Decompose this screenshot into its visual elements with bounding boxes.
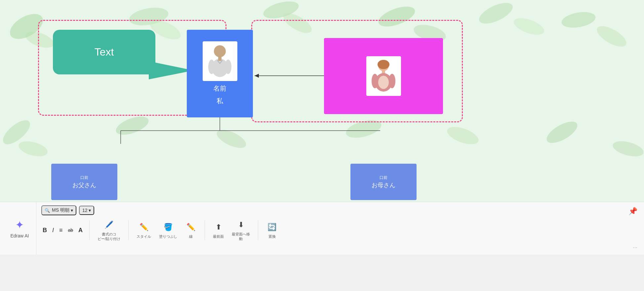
father-card[interactable]: 口前 お父さん xyxy=(51,164,117,200)
tree-connector-lines xyxy=(83,117,380,144)
font-size-selector[interactable]: 12 ▾ xyxy=(79,206,95,215)
blue-card-sub: 私 xyxy=(217,96,223,106)
svg-point-21 xyxy=(214,45,226,57)
mother-card[interactable]: 口前 お母さん xyxy=(350,164,417,200)
callout-text: Text xyxy=(95,46,114,58)
format-copy-icon: 🖊️ xyxy=(104,221,113,229)
back-button[interactable]: ⬇ xyxy=(237,219,245,230)
svg-point-24 xyxy=(208,60,215,74)
mother-top-label: 口前 xyxy=(380,175,387,181)
line-tool: ✏️ 線 xyxy=(182,220,199,240)
connector-arrow xyxy=(253,71,327,81)
fill-button[interactable]: 🪣 xyxy=(162,222,174,233)
font-color-button[interactable]: A xyxy=(77,226,84,235)
format-copy-button[interactable]: 🖊️ xyxy=(103,219,115,230)
svg-point-9 xyxy=(512,15,546,38)
svg-point-10 xyxy=(560,10,597,30)
align-icon: ≡ xyxy=(59,227,63,234)
separator-3 xyxy=(205,220,205,240)
format-copy-label: 書式のコピー/貼り付け xyxy=(98,232,120,241)
pin-icon: 📌 xyxy=(628,207,637,215)
back-tool: ⬇ 最背面へ移動 xyxy=(229,218,253,243)
replace-button[interactable]: 🔄 xyxy=(266,222,278,233)
fill-tool: 🪣 塗りつぶし xyxy=(156,220,180,240)
ai-label[interactable]: Edraw AI xyxy=(10,233,29,238)
front-button[interactable]: ⬆ xyxy=(214,222,223,233)
canvas-area: Text 名前 私 xyxy=(0,0,644,202)
strikethrough-button[interactable]: ab xyxy=(67,226,75,234)
style-tool: ✏️ スタイル xyxy=(134,220,154,240)
blue-person-card[interactable]: 名前 私 xyxy=(187,30,253,117)
format-copy-tool: 🖊️ 書式のコピー/貼り付け xyxy=(95,218,123,243)
font-color-icon: A xyxy=(78,227,83,234)
svg-point-19 xyxy=(611,138,644,159)
size-dropdown-icon: ▾ xyxy=(89,208,91,213)
svg-point-8 xyxy=(476,0,515,28)
bold-button[interactable]: B xyxy=(41,226,48,235)
search-icon: 🔍 xyxy=(45,208,50,213)
blue-card-name: 名前 xyxy=(213,83,226,94)
font-dropdown-icon: ▾ xyxy=(71,208,73,213)
svg-point-33 xyxy=(372,74,378,88)
line-icon: ✏️ xyxy=(186,223,195,231)
svg-point-18 xyxy=(543,117,581,147)
avatar-frame-female xyxy=(366,56,401,96)
ai-sparkle-icon: ✦ xyxy=(15,219,24,231)
strikethrough-icon: ab xyxy=(68,228,73,233)
svg-point-29 xyxy=(378,60,389,69)
ai-panel: ✦ Edraw AI xyxy=(3,202,36,255)
separator-4 xyxy=(258,220,258,240)
text-callout[interactable]: Text xyxy=(53,30,155,74)
toolbar-row-1: 🔍 MS 明朝 ▾ 12 ▾ xyxy=(41,205,636,215)
svg-marker-27 xyxy=(255,74,259,78)
line-label: 線 xyxy=(189,234,193,239)
svg-point-13 xyxy=(17,139,49,159)
svg-point-11 xyxy=(594,22,629,51)
font-size-value: 12 xyxy=(82,208,88,213)
font-name-label: MS 明朝 xyxy=(52,207,69,213)
separator-2 xyxy=(128,220,129,240)
line-button[interactable]: ✏️ xyxy=(185,222,197,233)
font-family-selector[interactable]: 🔍 MS 明朝 ▾ xyxy=(41,205,76,215)
svg-point-32 xyxy=(378,76,389,89)
replace-label: 置換 xyxy=(268,234,276,239)
svg-point-25 xyxy=(225,60,231,74)
svg-point-4 xyxy=(262,0,301,21)
style-button[interactable]: ✏️ xyxy=(138,222,150,233)
father-top-label: 口前 xyxy=(80,175,88,181)
style-icon: ✏️ xyxy=(140,223,148,231)
svg-point-12 xyxy=(0,116,34,148)
italic-button[interactable]: I xyxy=(51,226,55,235)
bold-icon: B xyxy=(43,227,47,234)
fill-label: 塗りつぶし xyxy=(159,234,177,239)
father-label: お父さん xyxy=(72,181,96,189)
svg-point-17 xyxy=(445,123,481,148)
svg-rect-23 xyxy=(218,57,221,61)
front-tool: ⬆ 最前面 xyxy=(210,220,226,240)
italic-icon: I xyxy=(52,227,54,234)
fill-icon: 🪣 xyxy=(164,223,173,231)
align-button[interactable]: ≡ xyxy=(58,226,64,235)
mother-label: お母さん xyxy=(372,181,395,189)
style-label: スタイル xyxy=(137,234,151,239)
svg-point-34 xyxy=(389,74,395,88)
back-label: 最背面へ移動 xyxy=(232,232,250,241)
front-label: 最前面 xyxy=(213,234,224,239)
female-avatar-icon xyxy=(370,58,397,94)
back-icon: ⬇ xyxy=(238,221,244,229)
separator-1 xyxy=(89,220,90,240)
toolbar: ✦ Edraw AI 🔍 MS 明朝 ▾ 12 ▾ B I ≡ xyxy=(0,202,644,255)
magenta-person-card[interactable] xyxy=(324,38,443,114)
resize-handle[interactable]: ⋯ xyxy=(633,245,637,251)
toolbar-main: 🔍 MS 明朝 ▾ 12 ▾ B I ≡ ab A xyxy=(36,202,641,255)
front-icon: ⬆ xyxy=(216,223,221,231)
avatar-frame-male xyxy=(203,41,237,81)
male-avatar-icon xyxy=(207,43,233,79)
toolbar-row-2: B I ≡ ab A 🖊️ 書式のコピー/貼り付け xyxy=(41,218,636,243)
replace-tool: 🔄 置換 xyxy=(263,220,280,240)
replace-icon: 🔄 xyxy=(267,223,276,231)
pin-button[interactable]: 📌 xyxy=(628,207,637,216)
